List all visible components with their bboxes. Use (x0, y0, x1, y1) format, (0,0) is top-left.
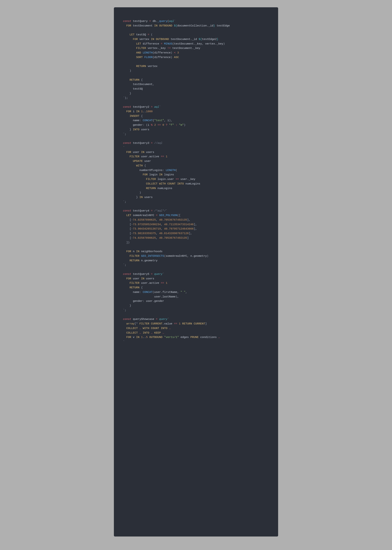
line-1: const testQuery = db._query(aql` FOR tes… (123, 20, 230, 343)
code-editor: const testQuery = db._query(aql` FOR tes… (114, 7, 278, 536)
